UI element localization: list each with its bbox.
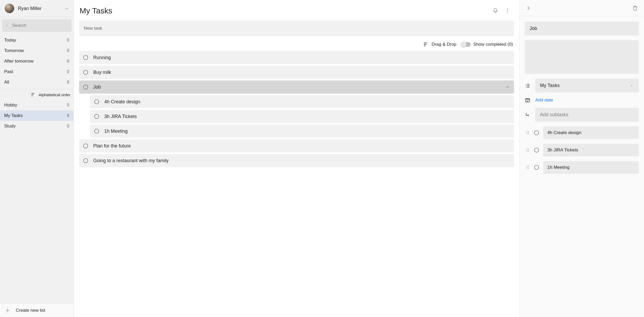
sort-label: Alphabetical order xyxy=(39,93,70,97)
svg-point-11 xyxy=(84,144,88,148)
main-column: My Tasks New task Drag & Drop Show compl… xyxy=(74,0,520,317)
add-subtask-input[interactable]: Add subtasks xyxy=(535,108,639,122)
list-selected-label: My Tasks xyxy=(540,83,560,88)
check-circle-icon[interactable] xyxy=(83,55,89,60)
detail-notes-input[interactable] xyxy=(525,40,639,74)
filter-today[interactable]: Today 0 xyxy=(0,35,74,45)
svg-point-34 xyxy=(528,168,529,169)
detail-date-row: Add date xyxy=(525,97,639,103)
detail-title-input[interactable]: Job xyxy=(525,22,639,35)
check-circle-icon[interactable] xyxy=(94,128,100,134)
svg-point-26 xyxy=(528,150,529,150)
filter-count: 0 xyxy=(67,69,69,74)
create-list-label: Create new list xyxy=(16,308,45,313)
check-circle-icon[interactable] xyxy=(83,69,89,75)
svg-point-15 xyxy=(527,131,527,132)
create-list-button[interactable]: Create new list xyxy=(0,304,74,317)
sort-icon xyxy=(31,92,36,97)
new-task-placeholder: New task xyxy=(84,26,102,31)
svg-point-3 xyxy=(507,10,508,11)
detail-subtask-row[interactable]: 4h Create design xyxy=(525,126,639,139)
subtask-row[interactable]: 4h Create design xyxy=(90,95,514,108)
list-icon xyxy=(525,83,531,89)
subtask-row[interactable]: 1h Meeting xyxy=(90,125,514,138)
search-input[interactable] xyxy=(12,23,68,28)
filter-label: Past xyxy=(4,69,13,74)
check-circle-icon[interactable] xyxy=(83,158,89,163)
more-vert-icon xyxy=(504,8,511,14)
notifications-button[interactable] xyxy=(489,5,501,17)
list-count: 0 xyxy=(67,103,69,108)
subtask-row[interactable]: 3h JIRA Tickets xyxy=(90,110,514,123)
filter-count: 0 xyxy=(67,38,69,43)
detail-subtask-row[interactable]: 1h Meeting xyxy=(525,161,639,174)
drag-handle-icon[interactable] xyxy=(525,165,530,170)
svg-point-17 xyxy=(527,134,527,134)
filter-tomorrow[interactable]: Tomorrow 0 xyxy=(0,45,74,56)
list-sort[interactable]: Alphabetical order xyxy=(0,89,74,100)
filter-count: 8 xyxy=(67,80,69,85)
list-my-tasks[interactable]: My Tasks 8 xyxy=(0,110,74,121)
task-title: Going to a restaurant with my family xyxy=(93,158,510,163)
check-circle-icon[interactable] xyxy=(83,143,89,149)
subtask-title: 1h Meeting xyxy=(104,129,510,134)
drag-handle-icon[interactable] xyxy=(525,148,530,152)
svg-point-9 xyxy=(95,114,99,119)
list-select[interactable]: My Tasks xyxy=(535,79,639,93)
list-hobby[interactable]: Hobby 0 xyxy=(0,100,74,110)
svg-point-18 xyxy=(528,131,529,132)
check-circle-icon[interactable] xyxy=(83,84,89,90)
detail-panel: Job My Tasks Add date Add subtasks xyxy=(520,0,644,317)
list-count: 0 xyxy=(67,124,69,129)
drag-handle-icon[interactable] xyxy=(525,130,530,135)
subtask-title: 4h Create design xyxy=(104,99,510,105)
svg-point-24 xyxy=(527,151,527,151)
svg-point-22 xyxy=(527,149,527,149)
check-circle-icon[interactable] xyxy=(94,99,100,105)
user-menu[interactable]: Ryan Miller xyxy=(0,0,74,17)
task-title: Plan for the future xyxy=(93,143,510,149)
filter-past[interactable]: Past 0 xyxy=(0,67,74,77)
filter-after-tomorrow[interactable]: After tomorrow 0 xyxy=(0,56,74,67)
detail-subtask-title[interactable]: 4h Create design xyxy=(543,126,639,139)
sort-mode[interactable]: Drag & Drop xyxy=(423,42,456,47)
page-title: My Tasks xyxy=(80,6,489,15)
subtask-arrow-icon xyxy=(525,112,531,118)
sort-icon xyxy=(423,42,429,47)
task-row[interactable]: Running xyxy=(79,51,514,64)
list-label: Hobby xyxy=(4,103,17,108)
check-circle-icon[interactable] xyxy=(534,130,539,136)
svg-point-6 xyxy=(84,70,88,75)
new-task-input[interactable]: New task xyxy=(79,21,514,36)
dropdown-icon xyxy=(629,83,634,88)
task-row[interactable]: Going to a restaurant with my family xyxy=(79,154,514,167)
task-row[interactable]: Buy milk xyxy=(79,66,514,79)
collapse-detail-button[interactable] xyxy=(523,3,534,13)
add-date-link[interactable]: Add date xyxy=(535,98,553,103)
detail-title: Job xyxy=(529,26,537,31)
show-completed-toggle[interactable]: Show completed (0) xyxy=(461,42,513,47)
task-row[interactable]: Plan for the future xyxy=(79,139,514,152)
svg-point-28 xyxy=(534,148,539,152)
check-circle-icon[interactable] xyxy=(534,147,539,153)
delete-task-button[interactable] xyxy=(630,3,640,13)
svg-line-1 xyxy=(7,26,8,26)
chevron-right-icon xyxy=(525,5,532,11)
chevron-up-icon[interactable] xyxy=(505,84,510,90)
svg-point-25 xyxy=(528,149,529,149)
check-circle-icon[interactable] xyxy=(94,114,100,119)
search-box[interactable] xyxy=(2,19,71,32)
task-row-selected[interactable]: Job xyxy=(79,80,514,94)
detail-subtask-title[interactable]: 1h Meeting xyxy=(543,161,639,174)
more-button[interactable] xyxy=(501,5,513,17)
filter-all[interactable]: All 8 xyxy=(0,77,74,88)
detail-subtask-title[interactable]: 3h JIRA Tickets xyxy=(543,144,639,156)
lists-section: Hobby 0 My Tasks 8 Study 0 xyxy=(0,100,74,133)
svg-point-33 xyxy=(528,167,529,168)
check-circle-icon[interactable] xyxy=(534,165,539,170)
detail-subtask-row[interactable]: 3h JIRA Tickets xyxy=(525,144,639,156)
list-study[interactable]: Study 0 xyxy=(0,121,74,131)
filter-count: 0 xyxy=(67,59,69,64)
filter-count: 0 xyxy=(67,48,69,53)
sidebar: Ryan Miller Today 0 Tomorrow 0 After tom… xyxy=(0,0,74,317)
